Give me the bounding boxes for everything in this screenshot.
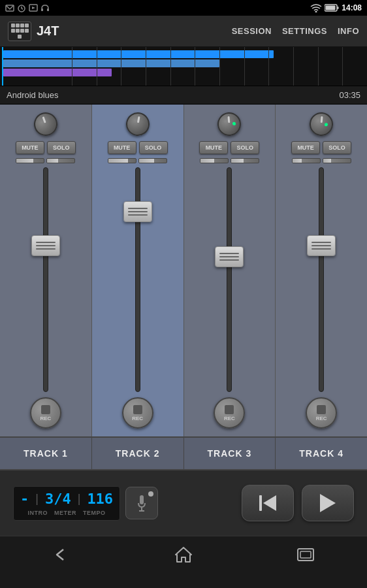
track-2-meter-right — [138, 158, 167, 163]
timeline-grid — [72, 47, 367, 86]
wifi-icon — [310, 3, 322, 12]
bottom-controls: - | 3/4 | 116 INTRO METER TEMPO — [0, 470, 367, 536]
track-2-solo-btn[interactable]: SOLO — [139, 141, 168, 154]
track-1-fader-track[interactable] — [43, 167, 48, 392]
track-1-pan-knob[interactable] — [31, 109, 61, 139]
app-title: J4T — [37, 24, 232, 39]
track-1-fader-container — [26, 167, 65, 392]
track-4-rec-label: REC — [316, 416, 327, 421]
track-4-pan-knob[interactable] — [309, 111, 334, 137]
track-1-rec-icon — [41, 405, 50, 414]
transport-left: - | 3/4 | 116 INTRO METER TEMPO — [13, 486, 158, 521]
bpm-top: - | 3/4 | 116 — [20, 491, 113, 507]
alarm-icon — [17, 3, 26, 12]
track-1-meter-row — [3, 158, 89, 163]
track-4-fader-container — [302, 167, 341, 392]
track-channel-4: MUTE SOLO REC — [276, 105, 367, 436]
meter-value: 3/4 — [45, 491, 71, 507]
recents-button[interactable] — [286, 542, 325, 568]
svg-rect-7 — [47, 8, 49, 11]
track-3-solo-btn[interactable]: SOLO — [231, 141, 259, 154]
nav-settings[interactable]: SETTINGS — [282, 26, 327, 36]
record-arm-button[interactable] — [125, 487, 158, 519]
track-1-meter-right — [46, 158, 75, 163]
track-4-rec-icon — [317, 405, 326, 414]
mixer: MUTE SOLO REC MUTE SOLO — [0, 105, 367, 436]
track-4-fader-track[interactable] — [319, 167, 324, 392]
track-4-solo-btn[interactable]: SOLO — [323, 141, 351, 154]
track-3-pan-knob[interactable] — [217, 111, 242, 137]
track-2-mute-solo: MUTE SOLO — [108, 141, 168, 154]
nav-info[interactable]: INFO — [338, 26, 359, 36]
track-4-mute-btn[interactable]: MUTE — [291, 141, 320, 154]
track-4-fader-handle[interactable] — [307, 235, 336, 256]
back-button[interactable] — [42, 542, 81, 568]
rewind-icon — [259, 495, 276, 511]
track-2-pan-knob[interactable] — [124, 110, 152, 138]
track-labels: TRACK 1 TRACK 2 TRACK 3 TRACK 4 — [0, 436, 367, 470]
track-2-rec-icon — [133, 405, 142, 414]
track-2-meter-row — [95, 158, 181, 163]
track-3-rec-icon — [225, 405, 234, 414]
track-3-mute-btn[interactable]: MUTE — [199, 141, 228, 154]
track-4-rec-btn[interactable]: REC — [306, 397, 337, 429]
track-1-fader-handle[interactable] — [31, 235, 60, 256]
track-1-mute-solo: MUTE SOLO — [16, 141, 76, 154]
track-channel-2: MUTE SOLO REC — [92, 105, 184, 436]
tempo-value: 116 — [87, 491, 113, 507]
record-arm-indicator — [148, 491, 153, 497]
status-left-icons — [5, 3, 50, 12]
track-2-rec-btn[interactable]: REC — [122, 397, 153, 429]
back-icon — [52, 547, 71, 563]
track-3-fader-track[interactable] — [227, 167, 232, 392]
track-label-2[interactable]: TRACK 2 — [92, 438, 184, 469]
track-2-knob-container — [123, 110, 152, 139]
track-1-solo-btn[interactable]: SOLO — [47, 141, 76, 154]
track-3-meter-right — [231, 158, 259, 163]
intro-label: INTRO — [28, 510, 48, 516]
bpm-labels: INTRO METER TEMPO — [28, 510, 106, 516]
microphone-icon — [134, 494, 150, 512]
info-bar: Android blues 03:35 — [0, 86, 367, 105]
nav-bar — [0, 536, 367, 572]
tempo-label: TEMPO — [83, 510, 106, 516]
nav-session[interactable]: SESSION — [232, 26, 272, 36]
headset-icon — [40, 3, 50, 12]
play-button[interactable] — [302, 485, 354, 521]
home-button[interactable] — [164, 542, 203, 568]
track-3-mute-solo: MUTE SOLO — [199, 141, 259, 154]
track-4-meter-left — [292, 158, 321, 163]
bpm-display: - | 3/4 | 116 INTRO METER TEMPO — [13, 486, 120, 521]
track-2-rec-label: REC — [132, 416, 143, 421]
track-3-rec-btn[interactable]: REC — [214, 397, 245, 429]
track-4-knob-container — [307, 110, 336, 139]
svg-line-3 — [22, 8, 23, 9]
transport-right — [242, 485, 354, 521]
track-3-meter-row — [187, 158, 273, 163]
track-2-fader-handle[interactable] — [123, 201, 152, 222]
svg-rect-10 — [326, 6, 336, 10]
track-2-fader-track[interactable] — [135, 167, 140, 392]
rewind-button[interactable] — [242, 485, 294, 521]
track-3-meter-left — [200, 158, 229, 163]
timeline[interactable] — [0, 47, 367, 86]
meter-label: METER — [54, 510, 76, 516]
track-1-meter-left — [16, 158, 44, 163]
track-2-mute-btn[interactable]: MUTE — [108, 141, 136, 154]
track-1-mute-btn[interactable]: MUTE — [16, 141, 44, 154]
track-3-knob-container — [215, 110, 244, 139]
notification-icon — [5, 3, 14, 12]
track-label-4[interactable]: TRACK 4 — [276, 438, 367, 469]
track-channel-1: MUTE SOLO REC — [0, 105, 92, 436]
track-3-fader-handle[interactable] — [215, 246, 244, 267]
track-1-rec-label: REC — [40, 416, 51, 421]
track-label-1[interactable]: TRACK 1 — [0, 438, 92, 469]
top-bar: J4T SESSION SETTINGS INFO — [0, 16, 367, 47]
track-4-meter-row — [278, 158, 364, 163]
svg-marker-5 — [32, 7, 35, 9]
track-1-rec-btn[interactable]: REC — [30, 397, 61, 429]
track-2-fader-container — [118, 167, 157, 392]
svg-marker-15 — [176, 547, 191, 562]
status-right-icons: 14:08 — [310, 3, 362, 12]
track-label-3[interactable]: TRACK 3 — [184, 438, 276, 469]
